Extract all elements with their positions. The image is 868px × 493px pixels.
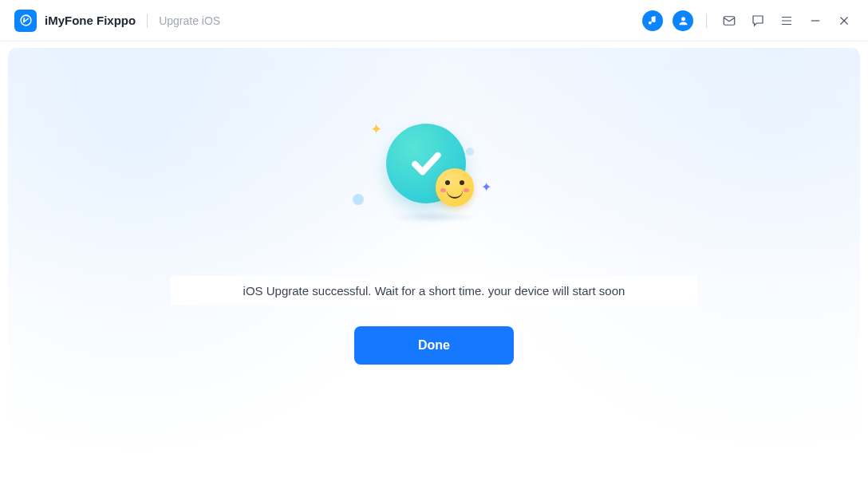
header-divider bbox=[147, 14, 148, 28]
svg-rect-2 bbox=[724, 16, 735, 25]
feedback-icon[interactable] bbox=[748, 11, 767, 30]
minimize-button[interactable] bbox=[806, 11, 825, 30]
menu-icon[interactable] bbox=[777, 11, 796, 30]
breadcrumb: Upgrate iOS bbox=[159, 14, 220, 27]
account-icon[interactable] bbox=[673, 10, 693, 31]
illustration-shadow bbox=[390, 211, 478, 223]
title-bar: iMyFone Fixppo Upgrate iOS bbox=[0, 0, 868, 41]
decoration-dot bbox=[353, 194, 364, 205]
close-button[interactable] bbox=[834, 11, 854, 30]
success-illustration: ✦ ✦ bbox=[362, 124, 506, 239]
sparkle-icon: ✦ bbox=[481, 179, 491, 195]
done-button[interactable]: Done bbox=[354, 326, 514, 365]
main-panel: ✦ ✦ iOS Upgrate successful. Wait for a s… bbox=[8, 48, 860, 485]
app-name: iMyFone Fixppo bbox=[45, 14, 136, 27]
smiley-icon bbox=[436, 168, 474, 207]
header-separator bbox=[706, 14, 707, 28]
sparkle-icon: ✦ bbox=[370, 120, 382, 138]
header-actions bbox=[642, 10, 854, 31]
status-message: iOS Upgrate successful. Wait for a short… bbox=[171, 276, 697, 306]
svg-point-1 bbox=[681, 17, 685, 21]
mail-icon[interactable] bbox=[720, 11, 739, 30]
music-note-icon[interactable] bbox=[642, 10, 663, 31]
app-logo bbox=[14, 10, 37, 32]
decoration-dot bbox=[466, 148, 474, 156]
